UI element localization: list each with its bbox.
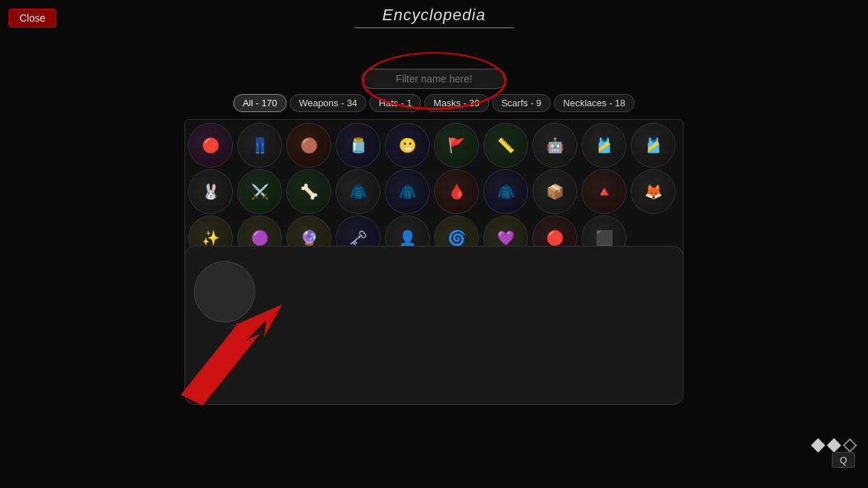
category-tabs: All - 170 Weapons - 34 Hats - 1 Masks - … bbox=[233, 94, 634, 112]
items-grid: 🔴👖🟤🫙😬🚩📏🤖🎽🎽🐰⚔️🦴🧥🧥🩸🧥📦🔺🦊✨🟣🔮🗝️👤🌀💜🔴⬛ bbox=[185, 120, 683, 263]
tab-masks[interactable]: Masks - 30 bbox=[424, 94, 489, 112]
tab-scarfs[interactable]: Scarfs - 9 bbox=[492, 94, 551, 112]
tab-weapons[interactable]: Weapons - 34 bbox=[289, 94, 367, 112]
tab-all[interactable]: All - 170 bbox=[233, 94, 286, 112]
title-underline bbox=[354, 27, 514, 28]
item-circle-14[interactable]: 🧥 bbox=[385, 169, 430, 214]
item-circle-10[interactable]: 🐰 bbox=[188, 169, 233, 214]
item-circle-15[interactable]: 🩸 bbox=[434, 169, 479, 214]
detail-avatar bbox=[194, 261, 255, 322]
tab-necklaces[interactable]: Necklaces - 18 bbox=[554, 94, 635, 112]
item-circle-5[interactable]: 🚩 bbox=[434, 123, 479, 168]
item-circle-3[interactable]: 🫙 bbox=[336, 123, 380, 168]
filter-container bbox=[362, 69, 506, 89]
items-panel: 🔴👖🟤🫙😬🚩📏🤖🎽🎽🐰⚔️🦴🧥🧥🩸🧥📦🔺🦊✨🟣🔮🗝️👤🌀💜🔴⬛ bbox=[184, 119, 684, 264]
hud-q-button[interactable]: Q bbox=[832, 452, 855, 468]
item-circle-12[interactable]: 🦴 bbox=[286, 169, 331, 214]
diamond-1 bbox=[811, 438, 825, 453]
hud-diamonds bbox=[813, 440, 855, 450]
item-circle-11[interactable]: ⚔️ bbox=[237, 169, 282, 214]
item-circle-18[interactable]: 🔺 bbox=[582, 169, 626, 214]
page-title: Encyclopedia bbox=[383, 6, 486, 25]
item-circle-13[interactable]: 🧥 bbox=[336, 169, 380, 214]
item-circle-2[interactable]: 🟤 bbox=[286, 123, 331, 168]
item-circle-1[interactable]: 👖 bbox=[237, 123, 282, 168]
item-circle-16[interactable]: 🧥 bbox=[483, 169, 528, 214]
diamond-3 bbox=[843, 438, 857, 453]
filter-input[interactable] bbox=[362, 69, 506, 89]
item-circle-4[interactable]: 😬 bbox=[385, 123, 430, 168]
diamond-2 bbox=[827, 438, 841, 453]
item-circle-6[interactable]: 📏 bbox=[483, 123, 528, 168]
detail-panel bbox=[184, 246, 684, 405]
item-circle-8[interactable]: 🎽 bbox=[582, 123, 626, 168]
item-circle-7[interactable]: 🤖 bbox=[532, 123, 577, 168]
tab-hats[interactable]: Hats - 1 bbox=[370, 94, 422, 112]
item-circle-17[interactable]: 📦 bbox=[532, 169, 577, 214]
item-circle-0[interactable]: 🔴 bbox=[188, 123, 233, 168]
item-circle-9[interactable]: 🎽 bbox=[631, 123, 676, 168]
close-button[interactable]: Close bbox=[9, 9, 56, 27]
item-circle-19[interactable]: 🦊 bbox=[631, 169, 676, 214]
